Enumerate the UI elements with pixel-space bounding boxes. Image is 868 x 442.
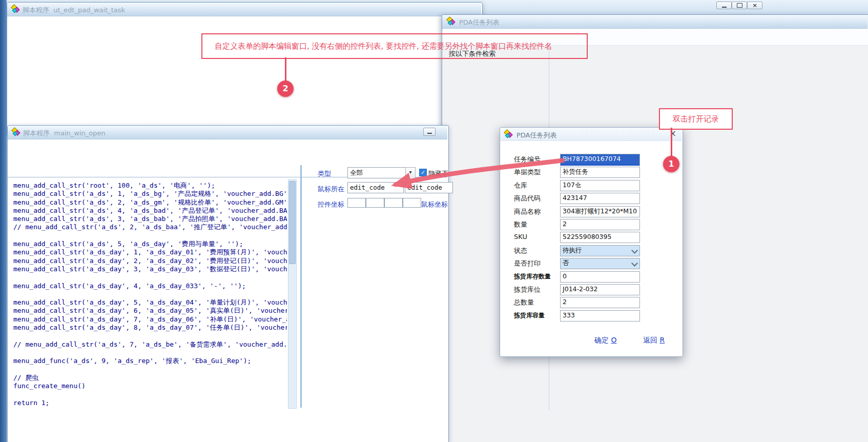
- annotation-note-main-text: 自定义表单的脚本编辑窗口, 没有右侧的控件列表, 要找控件, 还需要另外找个脚本…: [215, 42, 552, 51]
- chevron-down-icon: [631, 247, 638, 254]
- minimize-button[interactable]: [423, 128, 436, 136]
- coord-field-3[interactable]: [384, 198, 403, 208]
- annotation-badge-1: 1: [663, 156, 679, 172]
- control-type-select[interactable]: 全部: [347, 167, 410, 178]
- dialog-field-7[interactable]: 522559080395: [560, 232, 640, 243]
- mouse-coord-label: 鼠标坐标: [421, 200, 448, 209]
- dialog-field-3[interactable]: 107仓: [560, 180, 640, 191]
- dialog-app-icon: [504, 130, 512, 138]
- dialog-field-4[interactable]: 423147: [560, 193, 640, 204]
- dialog-field-label-13: 拣货库容量: [514, 311, 545, 320]
- dialog-title: PDA任务列表: [516, 131, 557, 140]
- dialog-field-label-6: 数量: [514, 220, 527, 229]
- dialog-field-label-7: SKU: [514, 233, 527, 240]
- dialog-field-label-2: 单据类型: [514, 168, 541, 177]
- dialog-confirm-button[interactable]: 确定 O: [594, 336, 616, 345]
- minimize-icon: [427, 133, 432, 134]
- minimize-button[interactable]: [716, 2, 732, 9]
- dialog-field-2[interactable]: 补货任务: [560, 167, 640, 178]
- dialog-field-5[interactable]: 304塞打螺钉12*20*M10: [560, 206, 640, 217]
- annotation-note-main: 自定义表单的脚本编辑窗口, 没有右侧的控件列表, 要找控件, 还需要另外找个脚本…: [201, 33, 588, 59]
- dialog-field-1[interactable]: BH787300167074: [560, 154, 640, 166]
- coord-field-1[interactable]: [347, 198, 366, 208]
- control-type-dropdown-button[interactable]: ▾: [405, 167, 416, 179]
- window-script-top: [7, 2, 483, 135]
- dialog-field-label-12: 总数量: [514, 298, 534, 307]
- annotation-note-dialog-text: 双击打开记录: [673, 114, 719, 124]
- dialog-field-13[interactable]: 333: [560, 310, 640, 322]
- control-type-label: 类型: [318, 169, 331, 178]
- desktop: 脚本程序 ut_edt_pad_wait_task PDA任务列表 按以下条件检…: [0, 0, 868, 442]
- annotation-line-1: [671, 128, 672, 156]
- control-coord-label: 控件坐标: [318, 200, 344, 209]
- window-script-top-title: 脚本程序 ut_edt_pad_wait_task: [23, 6, 125, 15]
- dialog-return-button[interactable]: 返回 R: [643, 336, 665, 345]
- code-scrollbar-thumb[interactable]: [289, 181, 296, 264]
- hide-invisible-checkbox[interactable]: ✓: [419, 169, 427, 176]
- window-pda-titlebar[interactable]: [442, 15, 867, 29]
- dialog-field-label-3: 仓库: [514, 181, 527, 190]
- mouse-over-control-field[interactable]: edit_code: [347, 182, 404, 193]
- maximize-button[interactable]: [732, 2, 747, 9]
- dialog-field-label-11: 拣货库位: [514, 285, 541, 294]
- dialog-field-label-8: 状态: [514, 246, 527, 255]
- minimize-icon: [722, 7, 727, 8]
- dialog-select-9[interactable]: 否: [560, 258, 640, 269]
- dialog-field-11[interactable]: J014-2-032: [560, 284, 640, 295]
- code-panel-separator[interactable]: [300, 165, 302, 408]
- dialog-select-8[interactable]: 待执行: [560, 245, 640, 256]
- script2-app-icon: [12, 128, 20, 136]
- dialog-field-label-5: 商品名称: [514, 207, 541, 216]
- pda-app-icon: [447, 17, 455, 25]
- mouse-over-control-field-2[interactable]: edit_code: [405, 182, 453, 193]
- window-pda-title: PDA任务列表: [459, 18, 500, 27]
- annotation-note-dialog: 双击打开记录: [659, 108, 733, 130]
- script-app-icon: [11, 5, 19, 13]
- annotation-badge-2: 2: [277, 81, 294, 97]
- dialog-field-label-10: 拣货库存数量: [514, 272, 551, 281]
- chevron-down-icon: [631, 260, 638, 267]
- window-script-bottom-title: 脚本程序 main_win_open: [23, 129, 106, 138]
- hide-invisible-label: 隐藏不可见项: [428, 169, 448, 178]
- close-button[interactable]: ×: [747, 2, 762, 9]
- dialog-field-label-1: 任务编号: [514, 155, 541, 164]
- coord-field-4[interactable]: [403, 198, 421, 208]
- mouse-over-label: 鼠标所在: [318, 185, 344, 194]
- dialog-field-10[interactable]: 0: [560, 271, 640, 283]
- script-bottom-code[interactable]: menu_add_call_str('root', 100, 'a_ds', '…: [13, 182, 287, 408]
- dialog-field-12[interactable]: 2: [560, 297, 640, 308]
- dialog-field-label-9: 是否打印: [514, 259, 541, 268]
- left-window-strip[interactable]: [0, 0, 7, 442]
- maximize-icon: [737, 3, 742, 8]
- dialog-field-label-4: 商品代码: [514, 194, 541, 203]
- close-icon: ×: [752, 3, 757, 8]
- dialog-field-6[interactable]: 2: [560, 219, 640, 230]
- annotation-line-2: [285, 57, 286, 81]
- coord-field-2[interactable]: [366, 198, 384, 208]
